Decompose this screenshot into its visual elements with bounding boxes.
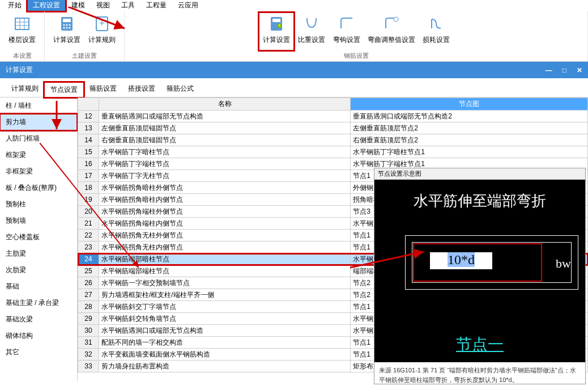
tab-cloud[interactable]: 云应用 [172,0,204,11]
svg-rect-0 [15,18,29,29]
btn-calc-rules[interactable]: + 计算规则 [84,12,120,50]
tab-modeling[interactable]: 建模 [66,0,91,11]
sidebar-item[interactable]: 砌体结构 [0,328,77,344]
dialog-title: 计算设置 [6,65,33,75]
ribbon-tab-bar: 开始 工程设置 建模 视图 工具 工程量 云应用 [0,0,588,11]
svg-rect-16 [272,19,280,22]
btn-bend-adjust[interactable]: 弯曲调整值设置 [364,12,419,50]
minimize-button[interactable]: — [546,66,552,74]
sidebar-item[interactable]: 柱 / 墙柱 [0,98,77,114]
subtab-lap-settings[interactable]: 搭接设置 [122,82,161,97]
sidebar-item[interactable]: 主肋梁 [0,245,77,262]
btn-calc-settings-2[interactable]: + 计算设置 [259,12,294,50]
col-node: 节点图 [351,98,588,111]
table-row[interactable]: 15水平钢筋丁字暗柱节点水平钢筋丁字暗柱节点1 [78,146,588,158]
preview-title: 节点设置示意图 [374,168,585,180]
svg-point-12 [69,27,71,29]
sidebar-item[interactable]: 框架梁 [0,147,77,163]
grid-icon [13,15,31,33]
btn-calc-settings-1[interactable]: 计算设置 [49,12,84,50]
tab-engineering-settings[interactable]: 工程设置 [27,0,66,11]
preview-note: 来源 16G101-1 第 71 页 “端部有暗柱时剪力墙水平钢筋端部做法”点；… [374,362,585,388]
bend-icon [338,15,356,33]
category-sidebar: 柱 / 墙柱剪力墙人防门框墙框架梁非框架梁板 / 叠合板(整厚)预制柱预制墙空心… [0,98,78,381]
preview-heading: 水平筋伸至端部弯折 [374,191,585,211]
btn-hook-settings[interactable]: 弯钩设置 [329,12,364,50]
bw-label: bw [556,256,571,271]
calculator-icon: + [267,15,286,33]
svg-point-10 [63,27,65,29]
sidebar-item[interactable]: 空心楼盖板 [0,229,77,245]
tab-start[interactable]: 开始 [2,0,27,11]
svg-point-9 [69,24,71,26]
tab-tools[interactable]: 工具 [116,0,140,11]
ribbon: 楼层设置 本设置 计算设置 + 计算规则 土建设置 + 计算设置 比重设置 [0,11,588,62]
close-button[interactable]: ✕ [577,66,582,74]
sidebar-item[interactable]: 人防门框墙 [0,130,77,147]
maximize-button[interactable]: □ [563,66,566,74]
sidebar-item[interactable]: 基础 [0,278,77,295]
subtab-stirrup-formula[interactable]: 箍筋公式 [161,82,199,97]
preview-node-label: 节点一 [374,334,585,355]
sidebar-item[interactable]: 基础次梁 [0,311,77,328]
loss-icon [427,15,445,33]
svg-text:+: + [278,23,280,28]
node-preview-panel: 节点设置示意图 水平筋伸至端部弯折 10*d bw 节点一 来源 16G101-… [374,168,586,384]
bend-adjust-icon [382,15,400,33]
sidebar-item[interactable]: 剪力墙 [0,114,77,130]
table-row[interactable]: 14右侧垂直筋顶层锚固节点右侧垂直筋顶层节点2 [78,134,588,146]
svg-point-11 [66,27,68,29]
svg-text:+: + [99,18,104,28]
sidebar-item[interactable]: 非框架梁 [0,163,77,180]
col-name: 名称 [99,98,351,111]
sidebar-item[interactable]: 板 / 叠合板(整厚) [0,180,77,196]
sidebar-item[interactable]: 基础主梁 / 承台梁 [0,295,77,311]
subtab-node-settings[interactable]: 节点设置 [44,82,84,98]
hook-icon [302,15,321,33]
table-row[interactable]: 13左侧垂直筋顶层锚固节点左侧垂直筋顶层节点2 [78,122,588,134]
sidebar-item[interactable]: 预制墙 [0,213,77,229]
sidebar-item[interactable]: 其它 [0,344,77,361]
tab-view[interactable]: 视图 [91,0,116,11]
btn-weight-settings[interactable]: 比重设置 [294,12,329,50]
calculator-plus-icon: + [93,15,111,33]
sidebar-item[interactable]: 次肋梁 [0,262,77,278]
svg-point-7 [63,24,65,26]
dialog-titlebar: 计算设置 — □ ✕ [0,62,588,78]
subtab-calc-rules[interactable]: 计算规则 [6,82,44,97]
table-row[interactable]: 12垂直钢筋遇洞口或端部无节点构造垂直筋遇洞口或端部无节点构造2 [78,111,588,122]
subtab-bar: 计算规则 节点设置 箍筋设置 搭接设置 箍筋公式 [0,78,588,98]
bend-length-input[interactable]: 10*d [430,252,492,269]
preview-canvas: 水平筋伸至端部弯折 10*d bw 节点一 [374,180,585,362]
tab-quantities[interactable]: 工程量 [140,0,172,11]
svg-point-19 [394,17,398,22]
btn-floor-settings[interactable]: 楼层设置 [5,12,40,50]
btn-loss-settings[interactable]: 损耗设置 [419,12,454,50]
subtab-stirrup-settings[interactable]: 箍筋设置 [84,82,122,97]
svg-rect-6 [63,19,71,22]
svg-point-8 [66,24,68,26]
sidebar-item[interactable]: 预制柱 [0,196,77,213]
calculator-icon [58,15,76,33]
